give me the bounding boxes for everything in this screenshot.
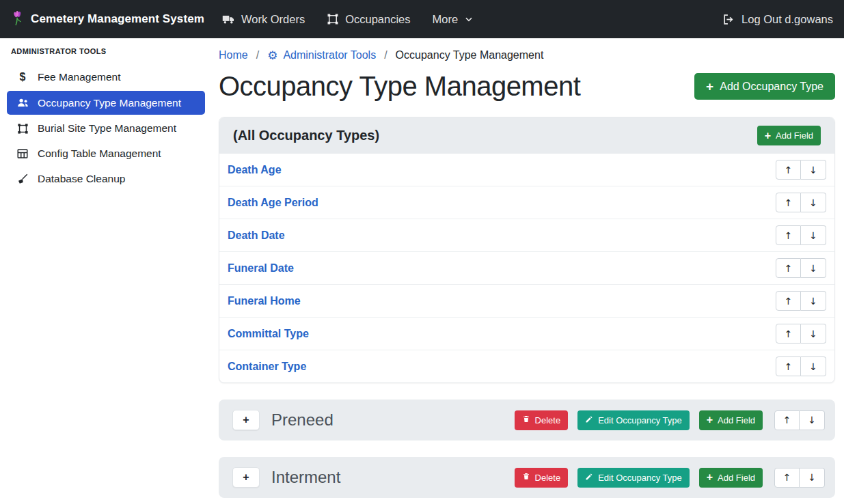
edit-occupancy-type-button[interactable]: Edit Occupancy Type [577, 410, 690, 430]
truck-icon [222, 13, 235, 26]
section-actions: Delete Edit Occupancy Type + Add Field [515, 410, 825, 430]
move-up-button[interactable]: ↑ [774, 410, 800, 430]
field-link[interactable]: Committal Type [228, 328, 309, 340]
nav-more[interactable]: More [433, 13, 474, 26]
add-occupancy-type-label: Add Occupancy Type [720, 81, 823, 93]
nav-work-orders[interactable]: Work Orders [222, 13, 305, 26]
add-field-label: Add Field [718, 473, 755, 483]
field-link[interactable]: Death Age Period [228, 197, 318, 209]
pencil-icon [585, 415, 593, 425]
field-row: Container Type ↑ ↓ [219, 350, 834, 382]
move-down-button[interactable]: ↓ [801, 225, 826, 245]
sidebar-item-config-table-management[interactable]: Config Table Management [7, 142, 205, 165]
move-down-button[interactable]: ↓ [801, 324, 826, 344]
dollar-icon: $ [15, 71, 30, 83]
arrow-down-icon: ↓ [809, 198, 817, 208]
move-down-button[interactable]: ↓ [801, 291, 826, 311]
move-up-button[interactable]: ↑ [776, 324, 801, 344]
sidebar-item-database-cleanup[interactable]: Database Cleanup [7, 167, 205, 191]
delete-button[interactable]: Delete [515, 410, 569, 430]
sidebar-heading: Administrator Tools [0, 47, 212, 55]
broom-icon [15, 173, 30, 185]
add-field-button[interactable]: + Add Field [699, 468, 763, 488]
field-row: Funeral Date ↑ ↓ [219, 251, 834, 284]
add-field-button[interactable]: + Add Field [757, 126, 821, 145]
field-link[interactable]: Death Date [228, 229, 285, 242]
all-occupancy-types-card: (All Occupancy Types) + Add Field Death … [219, 117, 835, 383]
move-up-button[interactable]: ↑ [776, 160, 801, 180]
type-section-preneed: + Preneed Delete [219, 400, 835, 440]
sidebar-item-fee-management[interactable]: $ Fee Management [7, 66, 205, 89]
move-up-button[interactable]: ↑ [776, 356, 801, 376]
field-link[interactable]: Death Age [228, 164, 282, 176]
move-up-button[interactable]: ↑ [776, 258, 801, 278]
plus-icon: + [765, 130, 771, 141]
move-up-button[interactable]: ↑ [774, 468, 800, 488]
plus-icon: + [243, 415, 249, 425]
trash-icon [522, 415, 530, 425]
sidebar-item-burial-site-type-management[interactable]: Burial Site Type Management [7, 117, 205, 140]
sidebar-item-occupancy-type-management[interactable]: Occupancy Type Management [7, 91, 205, 115]
arrow-up-icon: ↑ [785, 329, 793, 339]
delete-button[interactable]: Delete [515, 468, 569, 488]
breadcrumb-separator: / [376, 49, 395, 61]
brand-link[interactable]: Cemetery Management System [11, 10, 204, 29]
move-down-button[interactable]: ↓ [800, 410, 825, 430]
breadcrumb-separator: / [248, 49, 267, 61]
vector-square-icon [327, 13, 339, 25]
plus-icon: + [707, 472, 713, 483]
field-row: Committal Type ↑ ↓ [219, 317, 834, 350]
sidebar-item-label: Burial Site Type Management [38, 122, 176, 135]
breadcrumb-admin-tools[interactable]: ⚙ Administrator Tools [267, 49, 376, 61]
reorder-button-group: ↑ ↓ [776, 291, 826, 311]
logout-label: Log Out d.gowans [741, 13, 833, 26]
breadcrumb-admin-tools-label: Administrator Tools [283, 49, 376, 61]
users-icon [15, 96, 30, 109]
nav-occupancies-label: Occupancies [345, 13, 410, 26]
brand-text: Cemetery Management System [31, 12, 204, 26]
trash-icon [522, 472, 530, 483]
card-title: (All Occupancy Types) [233, 128, 379, 143]
move-down-button[interactable]: ↓ [801, 258, 826, 278]
move-down-button[interactable]: ↓ [801, 356, 826, 376]
expand-button[interactable]: + [232, 410, 260, 430]
move-up-button[interactable]: ↑ [776, 193, 801, 212]
arrow-down-icon: ↓ [809, 231, 817, 240]
nav-occupancies[interactable]: Occupancies [327, 13, 410, 26]
field-link[interactable]: Funeral Home [228, 295, 301, 307]
reorder-button-group: ↑ ↓ [776, 324, 826, 344]
section-name: Interment [271, 468, 503, 487]
app-window: Cemetery Management System Work Orders [0, 0, 844, 504]
breadcrumb-current: Occupancy Type Management [396, 49, 544, 61]
arrow-up-icon: ↑ [785, 264, 793, 273]
reorder-button-group: ↑ ↓ [776, 225, 826, 245]
field-link[interactable]: Container Type [228, 361, 306, 373]
move-down-button[interactable]: ↓ [800, 468, 825, 488]
move-up-button[interactable]: ↑ [776, 291, 801, 311]
sidebar-item-label: Database Cleanup [38, 173, 125, 185]
edit-occupancy-type-button[interactable]: Edit Occupancy Type [577, 468, 690, 488]
add-field-button[interactable]: + Add Field [699, 410, 763, 430]
chevron-down-icon [464, 14, 474, 24]
add-field-label: Add Field [776, 130, 813, 141]
add-occupancy-type-button[interactable]: + Add Occupancy Type [694, 73, 835, 100]
move-down-button[interactable]: ↓ [801, 160, 826, 180]
field-link[interactable]: Funeral Date [228, 262, 294, 275]
logout-link[interactable]: Log Out d.gowans [722, 13, 833, 26]
type-section-interment: + Interment Delete [219, 457, 835, 498]
nav-work-orders-label: Work Orders [241, 13, 305, 26]
breadcrumb: Home / ⚙ Administrator Tools / Occupancy… [219, 49, 835, 61]
arrow-down-icon: ↓ [809, 296, 817, 306]
table-icon [15, 148, 30, 160]
arrow-up-icon: ↑ [783, 415, 791, 425]
sidebar-item-label: Occupancy Type Management [38, 97, 181, 109]
move-up-button[interactable]: ↑ [776, 225, 801, 245]
breadcrumb-home[interactable]: Home [219, 49, 248, 61]
move-down-button[interactable]: ↓ [801, 193, 826, 212]
expand-button[interactable]: + [232, 467, 260, 488]
edit-occupancy-type-label: Edit Occupancy Type [598, 473, 682, 483]
plus-icon: + [707, 415, 713, 425]
logout-icon [722, 13, 735, 26]
delete-label: Delete [535, 415, 561, 425]
arrow-up-icon: ↑ [785, 165, 793, 175]
